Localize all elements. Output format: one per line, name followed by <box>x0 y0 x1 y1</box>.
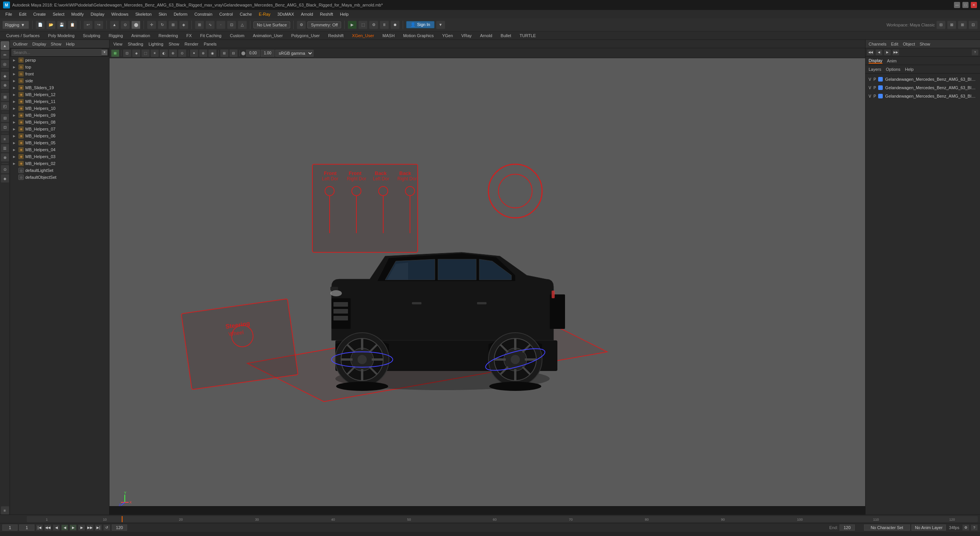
module-ygen[interactable]: YGen <box>438 33 457 39</box>
save-as-btn[interactable]: 📋 <box>68 21 77 29</box>
vp-menu-view[interactable]: View <box>111 41 125 47</box>
end-frame-input[interactable]: 120 <box>840 525 855 531</box>
outliner-item-mb-helpers-12[interactable]: ▶ ⊕ MB_Helpers_12 <box>10 91 109 98</box>
snap-surface-btn[interactable]: △ <box>238 21 247 29</box>
module-polygons-user[interactable]: Polygons_User <box>287 33 324 39</box>
outliner-item-mb-helpers-06[interactable]: ▶ ⊕ MB_Helpers_06 <box>10 132 109 139</box>
menu-deform[interactable]: Deform <box>171 11 191 17</box>
layer-item-1[interactable]: V P Gelandewagen_Mercedes_Benz_AMG_63_Bl… <box>866 75 980 83</box>
save-file-btn[interactable]: 💾 <box>57 21 66 29</box>
new-file-btn[interactable]: 📄 <box>36 21 45 29</box>
object-header[interactable]: Object <box>903 42 915 46</box>
gamma-input[interactable]: 1.00 <box>261 50 274 57</box>
layout-2[interactable]: ⊠ <box>947 21 956 29</box>
module-animation-user[interactable]: Animation_User <box>249 33 286 39</box>
no-live-surface-indicator[interactable]: No Live Surface <box>253 21 290 28</box>
snap-settings-btn[interactable]: ⚙ <box>297 21 306 29</box>
sign-in-button[interactable]: 👤 Sign In <box>406 21 434 28</box>
sign-in-dropdown[interactable]: ▼ <box>436 21 445 29</box>
rp-help-btn[interactable]: ? <box>972 49 978 56</box>
module-turtle[interactable]: TURTLE <box>516 33 540 39</box>
menu-skin[interactable]: Skin <box>155 11 170 17</box>
menu-reshift[interactable]: Reshift <box>317 11 336 17</box>
hypershade-btn[interactable]: ◈ <box>1 174 9 183</box>
scale-tool-btn[interactable]: ⊞ <box>168 21 178 29</box>
module-curves-surfaces[interactable]: Curves / Surfaces <box>2 33 43 39</box>
menu-skeleton[interactable]: Skeleton <box>132 11 155 17</box>
menu-3dsmax[interactable]: 3DsMAX <box>274 11 297 17</box>
prev-key-btn[interactable]: ◀◀ <box>44 525 51 531</box>
menu-select[interactable]: Select <box>50 11 68 17</box>
menu-eray[interactable]: E-Ray <box>256 11 274 17</box>
module-mash[interactable]: MASH <box>379 33 399 39</box>
outliner-search-input[interactable] <box>11 49 101 56</box>
sculpt-btn[interactable]: ◎ <box>1 60 9 68</box>
module-fit-caching[interactable]: Fit Caching <box>196 33 225 39</box>
menu-cache[interactable]: Cache <box>237 11 255 17</box>
menu-edit[interactable]: Edit <box>16 11 29 17</box>
render-region-btn[interactable]: ◰ <box>1 102 9 110</box>
render-view-btn[interactable]: ▶ <box>348 21 357 29</box>
go-to-end-btn[interactable]: ▶| <box>95 525 102 531</box>
no-character-set[interactable]: No Character Set <box>864 525 910 531</box>
prev-frame-btn[interactable]: ◀ <box>53 525 60 531</box>
camera-tools-btn[interactable]: ⊞ <box>1 93 9 101</box>
outliner-item-side[interactable]: ▶ G side <box>10 77 109 84</box>
module-vray[interactable]: VRay <box>457 33 475 39</box>
rp-btn-3[interactable]: ▶ <box>884 49 891 56</box>
next-frame-btn[interactable]: ▶ <box>78 525 85 531</box>
minimize-button[interactable]: — <box>954 2 960 8</box>
module-poly-modeling[interactable]: Poly Modeling <box>44 33 78 39</box>
snap-point-btn[interactable]: · <box>216 21 225 29</box>
vp-shaded-btn[interactable]: ◈ <box>132 49 140 57</box>
vp-dof-btn[interactable]: ⊙ <box>178 49 186 57</box>
module-animation[interactable]: Animation <box>127 33 154 39</box>
vp-menu-shading[interactable]: Shading <box>126 41 145 47</box>
color-space-select[interactable]: sRGB gamma Linear <box>275 50 314 57</box>
outliner-item-front[interactable]: ▶ G front <box>10 70 109 77</box>
channels-header[interactable]: Channels <box>869 42 886 46</box>
outliner-item-mb-helpers-05[interactable]: ▶ ⊕ MB_Helpers_05 <box>10 139 109 146</box>
vp-joints-btn[interactable]: ⊗ <box>199 49 207 57</box>
close-button[interactable]: ✕ <box>971 2 977 8</box>
exposure-input[interactable]: 0.00 <box>246 50 260 57</box>
options-menu[interactable]: Options <box>886 67 900 72</box>
node-editor-btn[interactable]: ⊙ <box>1 165 9 173</box>
paint-effects-btn[interactable]: ✏ <box>1 51 9 59</box>
layer-item-3[interactable]: V P Gelandewagen_Mercedes_Benz_AMG_63_Bl… <box>866 92 980 100</box>
outliner-display-menu[interactable]: Display <box>33 42 46 46</box>
layers-help-menu[interactable]: Help <box>905 67 914 72</box>
menu-arnold[interactable]: Arnold <box>298 11 316 17</box>
module-rendering[interactable]: Rendering <box>155 33 182 39</box>
vp-ao-btn[interactable]: ⊕ <box>169 49 177 57</box>
layout-4[interactable]: ⊡ <box>969 21 978 29</box>
paint-sel-btn[interactable]: ⬤ <box>131 21 140 29</box>
layout-1[interactable]: ⊟ <box>936 21 946 29</box>
outliner-item-mb-sliders-19[interactable]: ▶ ⊕ MB_Sliders_19 <box>10 84 109 91</box>
outliner-item-mb-helpers-10[interactable]: ▶ ⊕ MB_Helpers_10 <box>10 105 109 112</box>
snap-grid-btn[interactable]: ⊞ <box>195 21 204 29</box>
left-toolbar-bottom-btn[interactable]: ≡ <box>1 506 9 515</box>
menu-windows[interactable]: Windows <box>108 11 132 17</box>
display-tab[interactable]: Display <box>869 58 882 64</box>
menu-constrain[interactable]: Constrain <box>191 11 216 17</box>
play-back-btn[interactable]: ◀ <box>61 525 68 531</box>
range-start-input[interactable]: 1 <box>19 525 34 531</box>
render-settings-btn[interactable]: ⚙ <box>369 21 378 29</box>
vp-shadows-btn[interactable]: ◐ <box>160 49 168 57</box>
menu-help[interactable]: Help <box>337 11 352 17</box>
viewport-canvas[interactable]: Steering Wheel Front Left Dor Front Righ… <box>109 59 865 515</box>
vp-menu-show[interactable]: Show <box>167 41 182 47</box>
maximize-button[interactable]: □ <box>962 2 969 8</box>
layer-item-2[interactable]: V P Gelandewagen_Mercedes_Benz_AMG_63_Bl… <box>866 83 980 92</box>
vp-xray-btn[interactable]: ✦ <box>190 49 198 57</box>
outliner-item-defaultlightset[interactable]: ◎ defaultLightSet <box>10 167 109 174</box>
timeline-ticks[interactable]: 1 10 20 30 40 50 60 70 80 90 100 110 120 <box>27 516 978 522</box>
mode-dropdown[interactable]: Rigging ▼ <box>2 21 29 29</box>
rp-btn-2[interactable]: ◀ <box>875 49 882 56</box>
vp-textured-btn[interactable]: ⬚ <box>141 49 150 57</box>
current-frame-input[interactable]: 1 <box>2 525 18 531</box>
playback-settings-btn[interactable]: ⚙ <box>962 525 969 531</box>
redo-btn[interactable]: ↪ <box>94 21 103 29</box>
loop-btn[interactable]: ↺ <box>103 525 110 531</box>
